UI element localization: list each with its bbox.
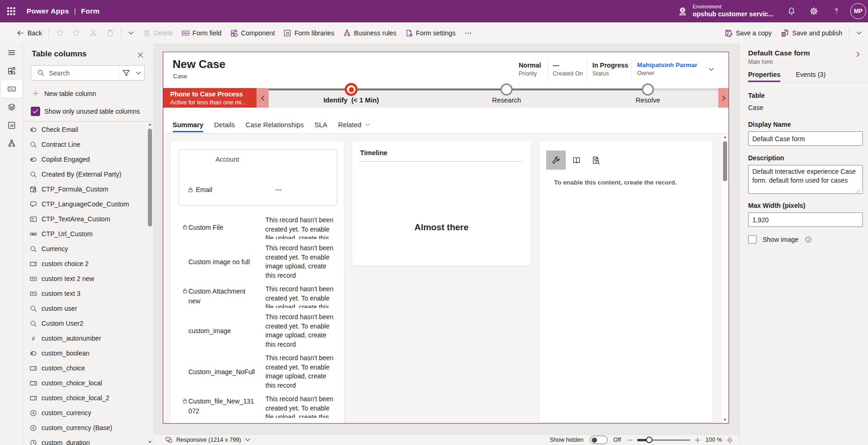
form-field-row[interactable]: Custom image no fullThis record hasn't b… xyxy=(171,244,344,280)
form-preview[interactable]: New Case Case NormalPriority---Created O… xyxy=(163,52,729,424)
form-settings-button[interactable]: Form settings xyxy=(401,26,460,41)
back-button[interactable]: Back xyxy=(12,26,46,41)
ellipsis-button[interactable] xyxy=(460,26,477,41)
column-item[interactable]: Currency xyxy=(23,241,147,256)
properties-tab-properties[interactable]: Properties xyxy=(748,71,780,82)
column-item[interactable]: Custom User2 xyxy=(23,316,147,331)
column-item[interactable]: Contract Line xyxy=(23,137,147,152)
column-item[interactable]: custom_choice_local xyxy=(23,376,147,390)
form-field-row[interactable]: Custom Attachment newThis record hasn't … xyxy=(171,285,344,308)
header-expand-button[interactable] xyxy=(704,62,718,76)
column-item[interactable]: Check Email xyxy=(23,122,147,137)
save-a-copy-button[interactable]: Save a copy xyxy=(720,26,776,41)
business-rules-button[interactable]: Business rules xyxy=(339,26,401,41)
rail-item-table-columns[interactable]: Abc xyxy=(1,80,22,98)
column-item[interactable]: custom user xyxy=(23,301,147,316)
show-hidden-toggle[interactable] xyxy=(590,436,608,444)
avatar[interactable]: MP xyxy=(850,3,866,19)
component-button[interactable]: Component xyxy=(226,26,279,41)
reference-panel-card[interactable]: To enable this content, create the recor… xyxy=(539,141,713,423)
scrollbar-thumb[interactable] xyxy=(148,129,152,226)
form-libraries-button[interactable]: JSForm libraries xyxy=(279,26,339,41)
form-tab-case-relationships[interactable]: Case Relationships xyxy=(245,121,304,133)
column-item[interactable]: #custom_autonumber xyxy=(23,331,147,346)
scroll-down-icon[interactable] xyxy=(722,417,728,423)
help-button[interactable] xyxy=(825,0,847,22)
record-tools-button[interactable] xyxy=(546,151,566,170)
rail-item-form-libraries[interactable]: JS xyxy=(1,116,22,134)
form-tab-sla[interactable]: SLA xyxy=(314,121,327,133)
form-field-row[interactable]: Custom FileThis record hasn't been creat… xyxy=(171,216,344,239)
notifications-button[interactable] xyxy=(780,0,803,22)
column-item[interactable]: custom_choice xyxy=(23,361,147,376)
responsive-size-button[interactable]: Responsive (1214 x 799) xyxy=(165,436,251,444)
bpf-process-box[interactable]: Phone to Case Process Active for less th… xyxy=(163,88,257,108)
svg-text:Abc: Abc xyxy=(31,293,35,295)
show-unused-checkbox-row[interactable]: Show only unused table columns xyxy=(31,107,140,116)
save-and-publish-button[interactable]: Save and publish xyxy=(776,26,847,41)
close-panel-button[interactable] xyxy=(134,49,146,61)
column-item[interactable]: custom_boolean xyxy=(23,346,147,361)
similar-records-button[interactable] xyxy=(586,151,605,170)
rail-item-tree[interactable] xyxy=(1,98,22,116)
bpf-next-button[interactable] xyxy=(718,88,729,108)
scroll-up-icon[interactable] xyxy=(722,134,728,140)
column-item[interactable]: AbcdefCTP_TextArea_Custom xyxy=(23,212,147,226)
rail-item-menu[interactable] xyxy=(1,44,22,62)
show-image-checkbox[interactable] xyxy=(748,235,757,244)
column-item[interactable]: $custom_currency xyxy=(23,405,147,420)
bpf-collapse-button[interactable] xyxy=(257,88,269,108)
column-item[interactable]: Copilot Engaged xyxy=(23,152,147,167)
zoom-out-icon[interactable] xyxy=(626,437,633,444)
timeline-card[interactable]: Timeline Almost there xyxy=(352,141,531,266)
column-item[interactable]: CTP_Formula_Custom xyxy=(23,182,147,197)
properties-tab-events-3[interactable]: Events (3) xyxy=(796,71,826,82)
column-item[interactable]: $custom_currency (Base) xyxy=(23,420,147,435)
search-input[interactable] xyxy=(49,69,118,77)
scroll-down-icon[interactable] xyxy=(147,439,153,445)
column-item[interactable]: Abccustom text 3 xyxy=(23,286,147,301)
form-scrollbar[interactable] xyxy=(722,134,728,423)
chevron-down-button[interactable] xyxy=(124,26,139,41)
column-item[interactable]: custom_choice_local_2 xyxy=(23,390,147,405)
form-field-row[interactable]: custom_imageThis record hasn't been crea… xyxy=(171,313,344,349)
settings-button[interactable] xyxy=(803,0,825,22)
form-tab-details[interactable]: Details xyxy=(214,121,235,133)
form-tab-summary[interactable]: Summary xyxy=(173,121,203,133)
account-card[interactable]: Account Email --- xyxy=(179,149,337,205)
form-field-row[interactable]: Custom_file_New_131072This record hasn't… xyxy=(171,395,344,418)
fit-screen-icon[interactable] xyxy=(726,436,734,444)
slider-knob[interactable] xyxy=(646,437,653,443)
form-field-row[interactable]: Custom_image_NoFullThis record hasn't be… xyxy=(171,354,344,390)
rail-item-components[interactable] xyxy=(1,62,22,80)
column-item[interactable]: CTP_LanguageCode_Custom xyxy=(23,197,147,212)
scroll-up-icon[interactable] xyxy=(147,122,153,128)
display-name-input[interactable] xyxy=(748,131,863,146)
max-width-input[interactable] xyxy=(748,212,863,227)
summary-fields-section[interactable]: Account Email --- Custom FileThis record… xyxy=(170,141,344,423)
column-item[interactable]: custom choice 2 xyxy=(23,256,147,271)
environment-picker[interactable]: Environment opshub customer servic... xyxy=(677,0,774,22)
zoom-slider[interactable] xyxy=(637,437,690,443)
info-icon[interactable] xyxy=(805,236,812,243)
filter-caret-button[interactable] xyxy=(133,66,144,80)
show-unused-checkbox[interactable] xyxy=(31,107,40,116)
column-item[interactable]: CTP_Url_Custom xyxy=(23,226,147,241)
chevron-down-button[interactable] xyxy=(852,26,867,41)
zoom-in-icon[interactable] xyxy=(694,437,701,444)
columns-scrollbar[interactable] xyxy=(147,122,153,445)
column-item[interactable]: Abccustom text 2 new xyxy=(23,271,147,286)
owner-link[interactable]: Mahipatsinh Parmar xyxy=(637,62,697,68)
column-item[interactable]: Created By (External Party) xyxy=(23,167,147,182)
knowledge-search-button[interactable] xyxy=(567,151,586,170)
filter-button[interactable] xyxy=(119,66,133,80)
waffle-menu-button[interactable] xyxy=(0,0,22,22)
form-field-button[interactable]: AbcForm field xyxy=(177,26,226,41)
column-item[interactable]: custom_duration xyxy=(23,435,147,445)
description-input[interactable]: Default Interactive experience Case form… xyxy=(748,165,863,194)
form-tab-related[interactable]: Related xyxy=(338,121,370,133)
new-table-column-button[interactable]: New table column xyxy=(32,89,96,97)
collapse-panel-button[interactable] xyxy=(853,49,863,59)
rail-item-business-rules[interactable] xyxy=(1,135,22,152)
scrollbar-thumb[interactable] xyxy=(723,141,727,181)
